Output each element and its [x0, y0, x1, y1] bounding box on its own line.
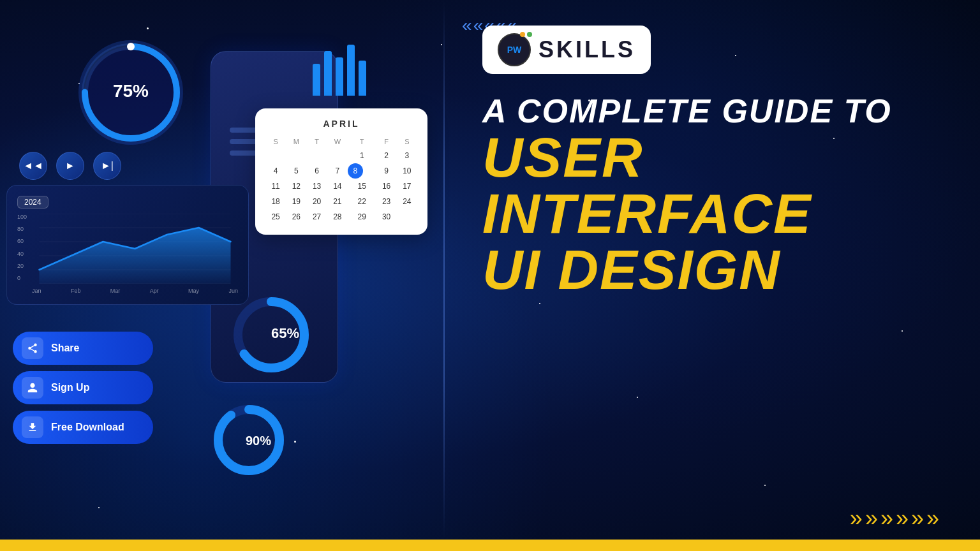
cal-day[interactable]: 29	[348, 209, 376, 224]
bar-3	[336, 57, 343, 96]
share-button[interactable]: Share	[13, 332, 153, 365]
circle-75-svg: 75%	[77, 38, 185, 147]
dot-orange	[520, 32, 525, 37]
cal-week-3: 11 12 13 14 15 16 17	[265, 179, 417, 194]
top-bars	[313, 45, 366, 96]
download-label: Free Download	[51, 422, 124, 433]
pw-icon-text: PW	[507, 45, 522, 55]
cal-header-s1: S	[265, 135, 286, 148]
cal-day[interactable]	[306, 148, 327, 163]
signup-label: Sign Up	[51, 382, 89, 393]
heading-line3: UI DESIGN	[482, 242, 781, 298]
cal-day[interactable]: 27	[306, 209, 327, 224]
chart-plot-area: Jan Feb Mar Apr May Jun	[32, 214, 238, 294]
cal-day[interactable]: 15	[348, 179, 376, 194]
logo-container: PW SKILLS	[482, 26, 651, 74]
play-button[interactable]: ►	[56, 152, 84, 180]
cal-header-f: F	[376, 135, 397, 148]
calendar-grid: S M T W T F S 1	[265, 135, 417, 224]
cal-day[interactable]: 12	[286, 179, 306, 194]
cal-day[interactable]: 18	[265, 194, 286, 209]
bar-4	[347, 45, 355, 96]
dot-green	[527, 32, 532, 37]
download-button[interactable]: Free Download	[13, 411, 153, 444]
right-panel: PW SKILLS A COMPLETE GUIDE TO USER INTER…	[444, 0, 980, 540]
x-apr: Apr	[150, 288, 159, 294]
cal-day[interactable]: 28	[327, 209, 348, 224]
next-button[interactable]: ►|	[93, 152, 121, 180]
chart-year-badge: 2024	[17, 196, 48, 209]
x-jan: Jan	[32, 288, 41, 294]
cal-day[interactable]	[327, 148, 348, 163]
cal-day[interactable]: 3	[397, 148, 417, 163]
cal-day[interactable]: 25	[265, 209, 286, 224]
cal-week-4: 18 19 20 21 22 23 24	[265, 194, 417, 209]
cal-day[interactable]: 19	[286, 194, 306, 209]
playback-controls: ◄◄ ► ►|	[19, 152, 121, 180]
cal-day[interactable]: 23	[376, 194, 397, 209]
cal-day[interactable]: 6	[306, 163, 327, 179]
cal-day[interactable]	[286, 148, 306, 163]
chart-body: 100 80 60 40 20 0	[17, 214, 238, 294]
cal-day[interactable]: 4	[265, 163, 286, 179]
cal-day[interactable]: 26	[286, 209, 306, 224]
cal-header-t1: T	[306, 135, 327, 148]
bar-2	[324, 51, 332, 96]
cal-day[interactable]: 17	[397, 179, 417, 194]
cal-header-s2: S	[397, 135, 417, 148]
prev-button[interactable]: ◄◄	[19, 152, 47, 180]
signup-icon	[22, 377, 43, 399]
cal-day-today[interactable]: 8	[348, 163, 363, 179]
bar-1	[313, 64, 320, 96]
svg-point-3	[127, 43, 135, 50]
y-0: 0	[17, 275, 27, 281]
cal-header-w: W	[327, 135, 348, 148]
calendar-month: APRIL	[265, 119, 417, 129]
y-60: 60	[17, 238, 27, 244]
left-panel: 75% APRIL S M	[0, 0, 447, 540]
pw-logo-icon: PW	[498, 33, 531, 66]
cal-day[interactable]	[397, 209, 417, 224]
cal-day[interactable]: 14	[327, 179, 348, 194]
chart-card: 2024 100 80 60 40 20 0	[6, 185, 249, 305]
cal-day[interactable]: 30	[376, 209, 397, 224]
y-100: 100	[17, 214, 27, 220]
x-mar: Mar	[110, 288, 121, 294]
cal-day[interactable]: 7	[327, 163, 348, 179]
y-80: 80	[17, 226, 27, 232]
logo-dots	[520, 32, 532, 37]
cal-day[interactable]: 9	[376, 163, 397, 179]
heading-line1: A COMPLETE GUIDE TO	[482, 93, 892, 129]
cal-day[interactable]: 20	[306, 194, 327, 209]
y-axis: 100 80 60 40 20 0	[17, 214, 27, 284]
cal-day[interactable]: 21	[327, 194, 348, 209]
heading-line2: USER INTERFACE	[482, 129, 942, 242]
bar-5	[359, 61, 366, 96]
signup-button[interactable]: Sign Up	[13, 371, 153, 404]
cal-day[interactable]: 5	[286, 163, 306, 179]
cal-week-2: 4 5 6 7 8 9 10	[265, 163, 417, 179]
cal-day[interactable]: 16	[376, 179, 397, 194]
download-icon	[22, 416, 43, 438]
x-axis: Jan Feb Mar Apr May Jun	[32, 288, 238, 294]
skills-text: SKILLS	[538, 36, 635, 63]
cal-day[interactable]	[265, 148, 286, 163]
donut-65-label: 65%	[271, 325, 299, 342]
cal-week-1: 1 2 3	[265, 148, 417, 163]
y-20: 20	[17, 263, 27, 269]
y-40: 40	[17, 251, 27, 257]
cal-day[interactable]: 10	[397, 163, 417, 179]
area-chart-svg	[32, 214, 238, 284]
cal-day[interactable]: 1	[348, 148, 376, 163]
x-feb: Feb	[71, 288, 81, 294]
calendar-card: APRIL S M T W T F S	[255, 108, 427, 235]
cal-day[interactable]: 13	[306, 179, 327, 194]
share-label: Share	[51, 342, 79, 354]
cal-header-m: M	[286, 135, 306, 148]
circle-75-container: 75%	[77, 38, 185, 147]
cal-day[interactable]: 24	[397, 194, 417, 209]
cal-day[interactable]: 22	[348, 194, 376, 209]
x-may: May	[188, 288, 199, 294]
cal-day[interactable]: 2	[376, 148, 397, 163]
cal-day[interactable]: 11	[265, 179, 286, 194]
